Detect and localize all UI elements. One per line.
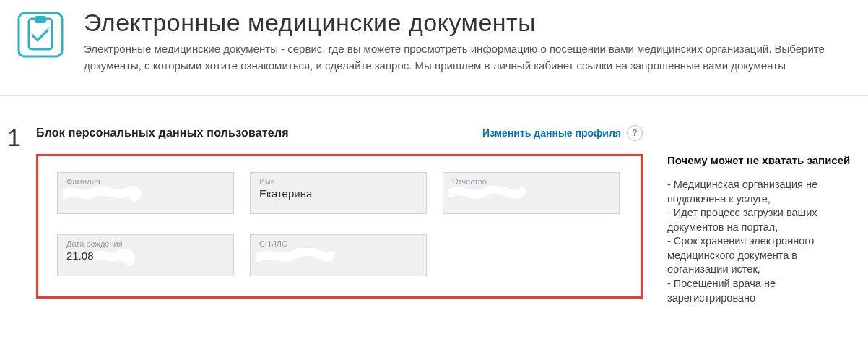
redaction-mark — [97, 250, 140, 262]
field-label: СНИЛС — [259, 239, 417, 248]
section-title: Блок персональных данных пользователя — [36, 127, 289, 140]
field-label: Имя — [259, 177, 417, 186]
field-label: Отчество — [452, 177, 610, 186]
dob-field[interactable]: Дата рождения 21.08. — [57, 234, 234, 276]
surname-field[interactable]: Фамилия — [57, 172, 234, 214]
snils-field[interactable]: СНИЛС — [250, 234, 427, 276]
patronymic-field[interactable]: Отчество — [443, 172, 620, 214]
field-value: 21.08. — [66, 249, 97, 262]
redaction-mark — [452, 187, 517, 199]
help-button[interactable]: ? — [627, 125, 643, 141]
svg-rect-2 — [35, 16, 46, 23]
page-title: Электронные медицинские документы — [84, 9, 854, 37]
step-number: 1 — [7, 125, 36, 305]
redaction-mark — [66, 187, 131, 199]
medical-document-icon — [14, 9, 66, 61]
edit-profile-link[interactable]: Изменить данные профиля — [482, 127, 621, 139]
page-subtitle: Электронные медицинские документы - серв… — [84, 41, 854, 74]
list-item: - Идет процесс загрузки ваших документов… — [667, 206, 858, 234]
field-label: Дата рождения — [66, 239, 225, 248]
sidebar-title: Почему может не хватать записей — [667, 154, 858, 166]
list-item: - Срок хранения электронного медицинског… — [667, 234, 858, 277]
list-item: - Медицинская организация не подключена … — [667, 178, 858, 206]
personal-data-block: Фамилия Имя Екатерина Отчество — [36, 154, 643, 299]
sidebar-reasons-list: - Медицинская организация не подключена … — [667, 178, 858, 305]
field-value: Екатерина — [259, 187, 417, 200]
list-item: - Посещений врача не зарегистрировано — [667, 277, 858, 305]
field-label: Фамилия — [66, 177, 225, 186]
name-field[interactable]: Имя Екатерина — [250, 172, 427, 214]
redaction-mark — [259, 249, 324, 261]
